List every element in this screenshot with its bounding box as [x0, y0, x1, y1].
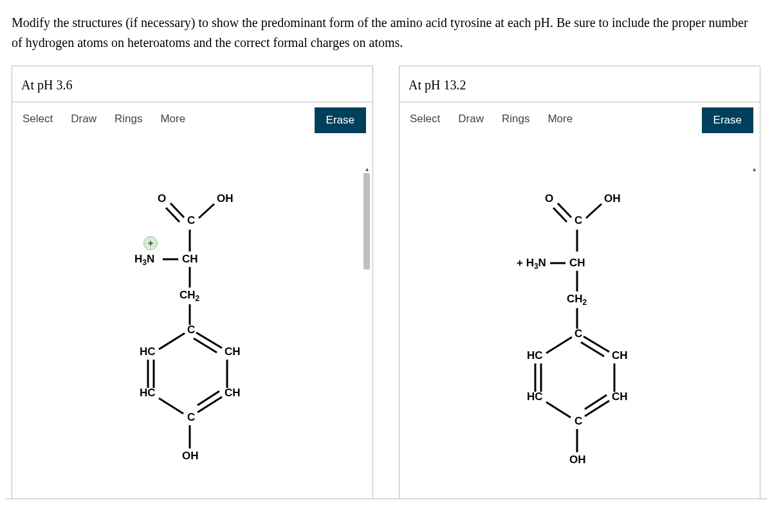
atom-c-top[interactable]: C	[187, 214, 195, 227]
atom-ch[interactable]: CH	[569, 257, 585, 270]
svg-line-25	[584, 336, 609, 352]
atom-hc-ll[interactable]: HC	[527, 390, 543, 403]
svg-line-30	[546, 402, 571, 417]
panel-ph-3-6: At pH 3.6 Select Draw Rings More Erase ▴	[12, 66, 373, 499]
charge-plus-badge[interactable]: +	[143, 236, 158, 250]
svg-line-24	[546, 337, 572, 353]
panel-title: At pH 3.6	[12, 66, 372, 102]
atom-hc-ll[interactable]: HC	[140, 387, 156, 399]
question-text: Modify the structures (if necessary) to …	[12, 13, 760, 53]
svg-line-31	[585, 401, 609, 416]
toolbar: Select Draw Rings More Erase	[400, 102, 760, 138]
svg-line-2	[199, 204, 214, 218]
atom-ch-ur[interactable]: CH	[225, 345, 241, 358]
tool-draw[interactable]: Draw	[62, 107, 106, 133]
bond-lines	[400, 138, 760, 499]
erase-button[interactable]: Erase	[315, 107, 366, 133]
atom-amine[interactable]: + H3N	[517, 257, 546, 271]
atom-hc-ul[interactable]: HC	[140, 345, 156, 358]
atom-c-top[interactable]: C	[574, 214, 582, 227]
atom-ch-lr[interactable]: CH	[612, 390, 628, 403]
svg-line-8	[196, 333, 222, 348]
tool-select[interactable]: Select	[401, 107, 449, 133]
atom-oh-bot[interactable]: OH	[569, 454, 586, 466]
atom-ch-ur[interactable]: CH	[612, 349, 628, 362]
toolbar: Select Draw Rings More Erase	[12, 102, 372, 138]
erase-button[interactable]: Erase	[702, 107, 753, 133]
tool-draw[interactable]: Draw	[449, 107, 493, 133]
svg-line-26	[581, 342, 604, 356]
bond-lines	[12, 138, 372, 499]
atom-oh-bot[interactable]: OH	[182, 450, 199, 463]
atom-o[interactable]: O	[158, 192, 166, 205]
tool-more[interactable]: More	[151, 107, 194, 133]
drawing-canvas[interactable]: ▴	[400, 138, 760, 499]
atom-c-ring-top[interactable]: C	[574, 327, 582, 340]
tool-rings[interactable]: Rings	[106, 107, 151, 133]
svg-line-32	[585, 395, 607, 409]
svg-line-14	[198, 397, 222, 412]
atom-ch-lr[interactable]: CH	[225, 387, 241, 399]
svg-line-9	[194, 338, 217, 353]
atom-o[interactable]: O	[545, 192, 553, 205]
panel-ph-13-2: At pH 13.2 Select Draw Rings More Erase …	[399, 66, 760, 499]
atom-amine[interactable]: H3N	[134, 253, 154, 267]
atom-hc-ul[interactable]: HC	[527, 349, 543, 362]
atom-ch2[interactable]: CH2	[179, 289, 199, 303]
atom-oh-top[interactable]: OH	[604, 192, 621, 205]
panels-row: At pH 3.6 Select Draw Rings More Erase ▴	[12, 66, 760, 499]
panel-title: At pH 13.2	[400, 66, 760, 102]
atom-ch[interactable]: CH	[182, 253, 198, 266]
tool-select[interactable]: Select	[14, 107, 62, 133]
atom-oh-top[interactable]: OH	[217, 192, 234, 205]
svg-line-15	[198, 391, 219, 405]
drawing-canvas[interactable]: ▴	[12, 138, 372, 499]
svg-line-19	[586, 204, 602, 218]
svg-line-7	[159, 333, 185, 349]
atom-c-ring-top[interactable]: C	[187, 324, 195, 336]
atom-c-ring-bot[interactable]: C	[187, 411, 195, 424]
svg-line-13	[159, 398, 183, 414]
tool-rings[interactable]: Rings	[493, 107, 538, 133]
atom-c-ring-bot[interactable]: C	[574, 415, 582, 428]
tool-more[interactable]: More	[538, 107, 582, 133]
atom-ch2[interactable]: CH2	[567, 293, 587, 307]
